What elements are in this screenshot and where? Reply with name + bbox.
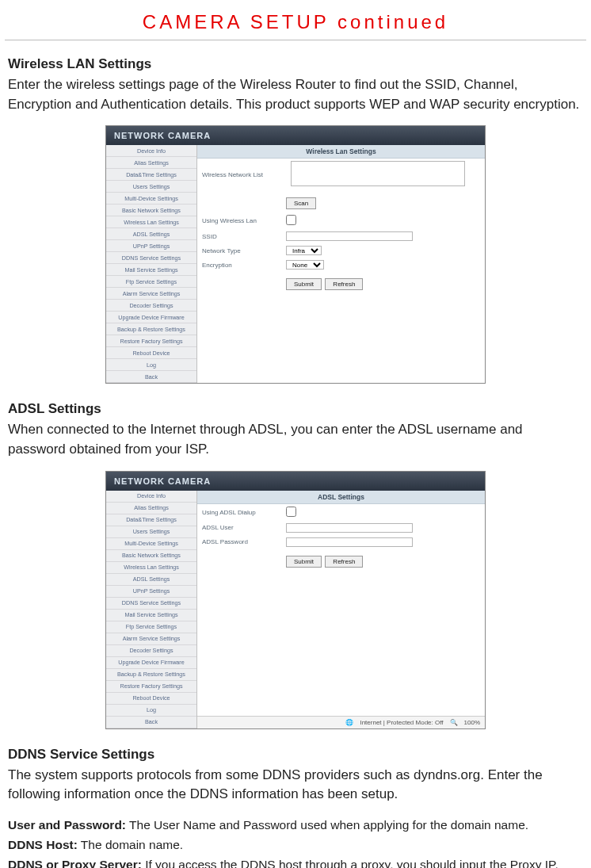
adsl-body: When connected to the Internet through A… <box>8 420 583 459</box>
sidebar: Device Info Alias Settings Data&Time Set… <box>106 145 197 383</box>
def-term: DDNS or Proxy Server: <box>8 858 142 868</box>
sidebar-item[interactable]: Restore Factory Settings <box>106 681 196 693</box>
sidebar-item[interactable]: Decoder Settings <box>106 645 196 657</box>
sidebar-item[interactable]: Backup & Restore Settings <box>106 323 196 335</box>
scan-button[interactable]: Scan <box>286 197 316 209</box>
sidebar-item[interactable]: Alarm Service Settings <box>106 633 196 645</box>
adsl-password-input[interactable] <box>286 537 413 547</box>
sidebar-item[interactable]: Basic Network Settings <box>106 205 196 216</box>
refresh-button[interactable]: Refresh <box>325 278 363 290</box>
sidebar-item[interactable]: Mail Service Settings <box>106 264 196 276</box>
def-text: If you access the DDNS host through a pr… <box>142 858 559 868</box>
sidebar-item[interactable]: Users Settings <box>106 526 196 538</box>
sidebar-item[interactable]: Log <box>106 705 196 717</box>
def-text: The User Name and Password used when app… <box>126 818 528 832</box>
sidebar-item[interactable]: Data&Time Settings <box>106 514 196 526</box>
sidebar-item[interactable]: Alias Settings <box>106 157 196 169</box>
sidebar-item[interactable]: Basic Network Settings <box>106 550 196 562</box>
wlan-screenshot: NETWORK CAMERA Device Info Alias Setting… <box>105 125 486 384</box>
sidebar-item[interactable]: Reboot Device <box>106 693 196 705</box>
wlan-list-label: Wireless Network List <box>202 171 281 178</box>
browser-statusbar: 🌐 Internet | Protected Mode: Off 🔍 100% <box>197 716 485 728</box>
network-type-select[interactable]: Infra <box>286 246 322 255</box>
def-text: The domain name. <box>78 838 183 851</box>
sidebar-item[interactable]: DDNS Service Settings <box>106 252 196 264</box>
sidebar-item[interactable]: Ftp Service Settings <box>106 621 196 633</box>
adsl-screenshot: NETWORK CAMERA Device Info Alias Setting… <box>105 471 486 729</box>
page-title: CAMERA SETUP continued <box>0 0 591 40</box>
adsl-user-label: ADSL User <box>202 524 281 531</box>
def-ddns-host: DDNS Host: The domain name. <box>8 835 583 854</box>
ddns-heading: DDNS Service Settings <box>8 747 583 763</box>
network-type-label: Network Type <box>202 247 281 254</box>
app-title-bar: NETWORK CAMERA <box>106 472 485 491</box>
sidebar-item[interactable]: Reboot Device <box>106 347 196 359</box>
sidebar-item[interactable]: Ftp Service Settings <box>106 276 196 288</box>
using-wlan-checkbox[interactable] <box>286 215 296 225</box>
adsl-panel-title: ADSL Settings <box>197 491 485 504</box>
using-adsl-checkbox[interactable] <box>286 507 296 517</box>
sidebar-item[interactable]: UPnP Settings <box>106 586 196 598</box>
app-title-bar: NETWORK CAMERA <box>106 126 485 145</box>
title-underline <box>5 40 586 40</box>
adsl-user-input[interactable] <box>286 523 413 533</box>
encryption-label: Encryption <box>202 262 281 269</box>
sidebar-item[interactable]: Back <box>106 717 196 728</box>
submit-button[interactable]: Submit <box>286 556 322 568</box>
sidebar-item[interactable]: Multi-Device Settings <box>106 538 196 550</box>
sidebar-item[interactable]: Mail Service Settings <box>106 610 196 621</box>
sidebar-item[interactable]: ADSL Settings <box>106 574 196 586</box>
adsl-panel: ADSL Settings Using ADSL Dialup ADSL Use… <box>197 491 485 728</box>
sidebar-item[interactable]: Alias Settings <box>106 503 196 514</box>
sidebar-item[interactable]: Log <box>106 359 196 371</box>
zoom-level: 100% <box>464 719 480 726</box>
using-wlan-label: Using Wireless Lan <box>202 217 281 224</box>
sidebar-item[interactable]: ADSL Settings <box>106 228 196 240</box>
sidebar-item[interactable]: Upgrade Device Firmware <box>106 312 196 323</box>
sidebar-item[interactable]: Restore Factory Settings <box>106 335 196 347</box>
def-proxy-server: DDNS or Proxy Server: If you access the … <box>8 855 583 868</box>
ssid-input[interactable] <box>286 231 413 241</box>
encryption-select[interactable]: None <box>286 260 324 270</box>
sidebar-item[interactable]: Backup & Restore Settings <box>106 669 196 681</box>
submit-button[interactable]: Submit <box>286 278 322 290</box>
sidebar-item[interactable]: Users Settings <box>106 181 196 193</box>
wireless-body: Enter the wireless settings page of the … <box>8 75 583 114</box>
sidebar-item[interactable]: Upgrade Device Firmware <box>106 657 196 669</box>
wireless-heading: Wireless LAN Settings <box>8 56 583 72</box>
ddns-body: The system supports protocols from some … <box>8 766 583 805</box>
sidebar-item[interactable]: Decoder Settings <box>106 300 196 312</box>
wlan-panel-title: Wireless Lan Settings <box>197 145 485 159</box>
adsl-heading: ADSL Settings <box>8 401 583 417</box>
sidebar-item[interactable]: Wireless Lan Settings <box>106 216 196 228</box>
sidebar-item[interactable]: Device Info <box>106 491 196 503</box>
wlan-list-box[interactable] <box>291 161 465 186</box>
ssid-label: SSID <box>202 233 281 240</box>
refresh-button[interactable]: Refresh <box>325 556 363 568</box>
adsl-password-label: ADSL Password <box>202 538 281 545</box>
zoom-icon: 🔍 <box>450 719 458 726</box>
protected-mode-text: Internet | Protected Mode: Off <box>360 719 443 726</box>
sidebar-item[interactable]: DDNS Service Settings <box>106 598 196 610</box>
globe-icon: 🌐 <box>345 719 353 726</box>
sidebar-item[interactable]: Data&Time Settings <box>106 169 196 181</box>
sidebar-item[interactable]: Wireless Lan Settings <box>106 562 196 574</box>
def-term: User and Password: <box>8 818 126 832</box>
sidebar-item[interactable]: Device Info <box>106 145 196 157</box>
sidebar-item[interactable]: Alarm Service Settings <box>106 288 196 300</box>
sidebar-item[interactable]: Back <box>106 371 196 383</box>
content-body: Wireless LAN Settings Enter the wireless… <box>0 56 591 868</box>
wlan-panel: Wireless Lan Settings Wireless Network L… <box>197 145 485 383</box>
using-adsl-label: Using ADSL Dialup <box>202 509 281 516</box>
sidebar-item[interactable]: UPnP Settings <box>106 240 196 252</box>
sidebar: Device Info Alias Settings Data&Time Set… <box>106 491 197 728</box>
def-user-password: User and Password: The User Name and Pas… <box>8 816 583 834</box>
def-term: DDNS Host: <box>8 838 78 851</box>
sidebar-item[interactable]: Multi-Device Settings <box>106 193 196 205</box>
